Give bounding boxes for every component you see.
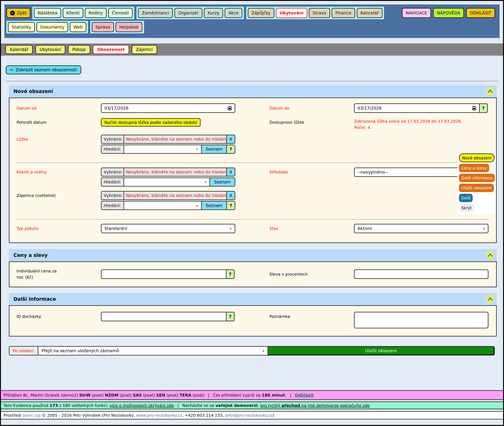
logout-link[interactable]: Odhlásit xyxy=(295,393,314,398)
divider xyxy=(5,81,499,81)
back-button[interactable]: ←Zpět xyxy=(7,8,30,18)
tab-ubytovani[interactable]: Ubytování xyxy=(35,45,65,54)
nav-group-people: Zaměstnanci Organizér Kurzy Akce xyxy=(137,7,244,19)
email-link[interactable]: petr@pro-neziskovky.cz xyxy=(225,413,273,418)
nav-item-statistiky[interactable]: Statistiky xyxy=(8,22,35,32)
nav-item-zapujcky[interactable]: Zápůjčky xyxy=(248,8,274,18)
show-occupancy-list-button[interactable]: ←Zobrazit seznam obsazeností xyxy=(6,65,81,74)
prefix: Přihlášen Bc. Martin Ocásek (demo2) xyxy=(4,393,78,398)
nav-item-ubytovani[interactable]: Ubytování xyxy=(276,8,307,18)
tab-pokoje[interactable]: Pokoje xyxy=(68,45,90,54)
nav-item-akce[interactable]: Akce xyxy=(225,8,242,18)
tab-obsazenost[interactable]: Obsazenost xyxy=(93,45,129,54)
klienti-clear-button[interactable]: X xyxy=(226,168,235,176)
demo-switch-link[interactable]: pro rychlý přechod na jiné demoverze pok… xyxy=(260,403,370,408)
nav-item-kancelar[interactable]: Kancelář xyxy=(357,8,382,18)
collapse-button[interactable] xyxy=(485,250,495,260)
separator: | xyxy=(177,403,179,408)
load-beds-button[interactable]: Načíst dostupná lůžka podle zadaného obd… xyxy=(101,118,201,127)
klienti-seznam-button[interactable]: Seznam xyxy=(209,178,235,186)
nav-item-dokumenty[interactable]: Dokumenty xyxy=(36,22,68,32)
submit-save-button[interactable]: Uložit obsazení xyxy=(268,347,494,355)
nav-item-helpdesk[interactable]: Helpdesk xyxy=(115,22,142,32)
luzko-search-select[interactable]: ∨ xyxy=(124,145,201,153)
nav-item-finance[interactable]: Finance xyxy=(332,8,355,18)
session-bar: Přihlášen Bc. Martin Ocásek (demo2) StrW… xyxy=(1,390,503,400)
tab-kalendar[interactable]: Kalendář xyxy=(5,45,33,54)
quick-dolu-button[interactable]: Dolů xyxy=(459,194,473,202)
collapse-button[interactable] xyxy=(485,294,495,304)
zajemce-search-select[interactable]: ∨ xyxy=(124,201,201,209)
nav-item-zamestnanci[interactable]: Zaměstnanci xyxy=(138,8,173,18)
klienti-selected-row: Vybráno: Nevybráno, klikněte na seznam n… xyxy=(101,168,235,177)
nav-item-strava[interactable]: Strava xyxy=(309,8,330,18)
cena-help-button[interactable]: ? xyxy=(226,270,235,279)
zajemce-help-button[interactable]: ? xyxy=(226,201,235,209)
klienti-selected-value[interactable]: Nevybráno, klikněte na seznam nebo do hl… xyxy=(124,168,226,176)
zajemce-clear-button[interactable]: X xyxy=(226,192,235,199)
sleva-label: Sleva v procentech xyxy=(269,272,354,277)
zajemce-label: Zájemce (volitelné) xyxy=(17,191,101,200)
luzko-seznam-button[interactable]: Seznam xyxy=(201,145,226,153)
nav-group-agenda: Zápůjčky Ubytování Strava Finance Kancel… xyxy=(246,7,384,19)
section-title: Další informace xyxy=(14,296,56,302)
badge-suffix: (psat) xyxy=(193,393,204,398)
id-dochazky-input[interactable] xyxy=(101,312,227,321)
quick-dalsi-informace-button[interactable]: Další informace xyxy=(459,174,495,182)
luzko-selected-value[interactable]: Nevybráno, klikněte na seznam nebo do hl… xyxy=(124,135,226,143)
odhlasit-button[interactable]: ODHLÁSIT xyxy=(466,8,495,18)
nav-item-web[interactable]: Web xyxy=(70,22,86,32)
badge-suffix: (psat) xyxy=(92,393,103,398)
navigace-button[interactable]: NAVIGACE xyxy=(402,8,431,18)
collapse-button[interactable] xyxy=(485,86,495,96)
zajemce-selected-row: Vybráno: Nevybráno, klikněte na seznam n… xyxy=(101,191,235,200)
nav-item-cinnosti[interactable]: Činnosti xyxy=(108,8,133,18)
expiry-bold: 180 minut. xyxy=(262,393,286,398)
poznamka-textarea[interactable] xyxy=(354,312,488,328)
nav-item-klienti[interactable]: Klienti xyxy=(63,8,83,18)
klienti-search-select[interactable]: ∨ xyxy=(124,178,209,186)
badge-suffix: (psat) xyxy=(120,393,131,398)
napoveda-button[interactable]: NÁPOVĚDA xyxy=(433,8,464,18)
nav-group-main: Nástěnka Klienti Rodiny Činnosti xyxy=(32,7,134,19)
datum-do-help-button[interactable]: ? xyxy=(479,103,488,113)
quick-skryt-button[interactable]: Skrýt xyxy=(459,204,474,212)
back-arrow-icon: ← xyxy=(10,11,15,15)
hiding-options-link[interactable]: více o možnostech skrývání zde xyxy=(109,403,174,408)
chevron-down-icon: ∨ xyxy=(196,204,198,207)
quick-ulozit-obsazeni-button[interactable]: Uložit obsazení xyxy=(459,184,494,192)
after-save-select[interactable]: Přejít na seznam uložených záznamů ∨ xyxy=(38,347,268,355)
nav-item-nastenka[interactable]: Nástěnka xyxy=(34,8,61,18)
section-header: Ceny a slevy xyxy=(9,249,497,261)
id-dochazky-label: ID docházky xyxy=(17,312,101,321)
tab-zajemci[interactable]: Zájemci xyxy=(132,45,157,54)
section-nove-obsazeni: Nové obsazení Datum od 03/17/2026 Datum … xyxy=(9,85,497,243)
datum-do-label: Datum do xyxy=(269,106,354,111)
datum-od-input[interactable]: 03/17/2026 xyxy=(101,103,235,113)
sonic-link[interactable]: Sonic.cgi xyxy=(22,413,41,418)
calendar-icon[interactable] xyxy=(472,106,476,110)
stav-select[interactable]: Aktivní ∨ xyxy=(354,224,488,233)
expiry-prefix: Čas přihlášení vyprší za xyxy=(213,393,260,398)
quick-nove-obsazeni-button[interactable]: Nové obsazení xyxy=(459,153,495,162)
sleva-input[interactable] xyxy=(354,270,488,279)
datum-do-input[interactable]: 03/17/2026 xyxy=(354,103,480,113)
datum-od-label: Datum od xyxy=(17,106,101,111)
typ-pobytu-select[interactable]: Standardní ∨ xyxy=(101,224,235,233)
nav-item-rodiny[interactable]: Rodiny xyxy=(85,8,107,18)
id-dochazky-help-button[interactable]: ? xyxy=(226,312,235,321)
luzko-help-button[interactable]: ? xyxy=(226,145,235,153)
zajemce-selected-value[interactable]: Nevybráno, klikněte na seznam nebo do hl… xyxy=(124,192,226,199)
stav-value: Aktivní xyxy=(358,226,372,231)
quick-ceny-a-slevy-button[interactable]: Ceny a slevy xyxy=(459,164,489,172)
top-navigation: ←Zpět Nástěnka Klienti Rodiny Činnosti Z… xyxy=(4,4,500,38)
website-link[interactable]: www.pro-neziskovky.cz xyxy=(136,413,182,418)
cena-input[interactable] xyxy=(101,270,227,279)
luzko-clear-button[interactable]: X xyxy=(226,135,235,143)
nav-item-sprava[interactable]: Správa xyxy=(92,22,114,32)
calendar-icon[interactable] xyxy=(228,106,232,110)
zajemce-seznam-button[interactable]: Seznam xyxy=(201,201,226,209)
nav-item-kurzy[interactable]: Kurzy xyxy=(204,8,223,18)
nav-item-organizer[interactable]: Organizér xyxy=(174,8,202,18)
stredisko-label: Středisko xyxy=(269,168,354,177)
